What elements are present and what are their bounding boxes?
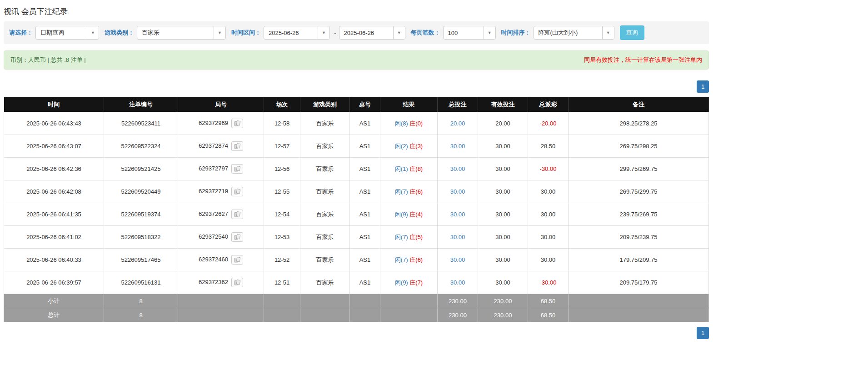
cell-payout: 30.00 xyxy=(528,180,569,203)
cell-session: 12-51 xyxy=(264,271,300,294)
cards-icon xyxy=(234,166,241,172)
total-bet-link[interactable]: 30.00 xyxy=(450,188,465,195)
table-header-row: 时间注单编号局号场次游戏类别桌号结果总投注有效投注总派彩备注 xyxy=(4,97,709,112)
cell-table: AS1 xyxy=(350,203,380,226)
cell-result: 闲(7) 庄(5) xyxy=(380,226,438,249)
chevron-down-icon[interactable]: ▼ xyxy=(87,26,99,39)
cell-result: 闲(9) 庄(4) xyxy=(380,203,438,226)
cell-bet-id: 522609519374 xyxy=(104,203,178,226)
query-type-select[interactable]: 日期查询 ▼ xyxy=(35,26,99,40)
cell-table: AS1 xyxy=(350,180,380,203)
chevron-down-icon[interactable]: ▼ xyxy=(214,26,225,39)
chevron-down-icon[interactable]: ▼ xyxy=(484,26,495,39)
chevron-down-icon[interactable]: ▼ xyxy=(602,26,614,39)
payout-value: 30.00 xyxy=(541,256,556,263)
cell-note: 239.75/269.75 xyxy=(569,203,709,226)
column-header: 备注 xyxy=(569,97,709,112)
view-cards-button[interactable] xyxy=(231,141,243,151)
cell-total-bet: 30.00 xyxy=(438,135,478,158)
total-total-bet: 230.00 xyxy=(438,308,478,322)
filter-bar: 请选择： 日期查询 ▼ 游戏类别： 百家乐 ▼ 时间区间： 2025-06-26… xyxy=(4,21,709,44)
notice-text: 同局有效投注，统一计算在该局第一张注单内 xyxy=(584,56,702,64)
query-type-value: 日期查询 xyxy=(36,26,87,39)
cell-time: 2025-06-26 06:41:35 xyxy=(4,203,104,226)
cell-round: 629372874 xyxy=(178,135,264,158)
sort-label: 时间排序： xyxy=(501,29,531,37)
total-bet-link[interactable]: 30.00 xyxy=(450,279,465,286)
subtotal-valid-bet: 230.00 xyxy=(478,294,528,308)
total-label: 总计 xyxy=(4,308,104,322)
table-row: 2025-06-26 06:40:33522609517465629372460… xyxy=(4,249,709,271)
cell-bet-id: 522609518322 xyxy=(104,226,178,249)
cell-session: 12-53 xyxy=(264,226,300,249)
player-result: 闲(8) xyxy=(395,120,408,127)
cell-time: 2025-06-26 06:39:57 xyxy=(4,271,104,294)
total-bet-link[interactable]: 30.00 xyxy=(450,211,465,218)
view-cards-button[interactable] xyxy=(231,232,243,242)
total-bet-link[interactable]: 30.00 xyxy=(450,256,465,263)
total-bet-link[interactable]: 30.00 xyxy=(450,143,465,150)
payout-value: 30.00 xyxy=(541,211,556,218)
cell-time: 2025-06-26 06:43:07 xyxy=(4,135,104,158)
total-bet-link[interactable]: 30.00 xyxy=(450,165,465,172)
date-to-select[interactable]: 2025-06-26 ▼ xyxy=(339,26,405,40)
view-cards-button[interactable] xyxy=(231,187,243,196)
banker-result: 庄(8) xyxy=(409,165,423,172)
payout-value: 30.00 xyxy=(541,234,556,240)
banker-result: 庄(6) xyxy=(409,188,423,195)
total-bet-link[interactable]: 20.00 xyxy=(450,120,465,127)
cards-icon xyxy=(234,234,241,240)
date-from-select[interactable]: 2025-06-26 ▼ xyxy=(264,26,330,40)
cell-game: 百家乐 xyxy=(300,135,350,158)
total-bet-link[interactable]: 30.00 xyxy=(450,234,465,240)
chevron-down-icon[interactable]: ▼ xyxy=(318,26,329,39)
cell-time: 2025-06-26 06:40:33 xyxy=(4,249,104,271)
game-type-select[interactable]: 百家乐 ▼ xyxy=(137,26,226,40)
cell-session: 12-56 xyxy=(264,158,300,180)
table-body: 2025-06-26 06:43:43522609523411629372969… xyxy=(4,112,709,294)
cell-table: AS1 xyxy=(350,135,380,158)
cell-session: 12-57 xyxy=(264,135,300,158)
cell-game: 百家乐 xyxy=(300,112,350,135)
cell-valid-bet: 30.00 xyxy=(478,135,528,158)
game-type-value: 百家乐 xyxy=(137,26,214,39)
cell-valid-bet: 30.00 xyxy=(478,203,528,226)
cell-table: AS1 xyxy=(350,271,380,294)
cell-total-bet: 30.00 xyxy=(438,203,478,226)
date-range-separator: ~ xyxy=(333,30,336,36)
cell-payout: -20.00 xyxy=(528,112,569,135)
cell-table: AS1 xyxy=(350,112,380,135)
banker-result: 庄(5) xyxy=(409,234,423,240)
view-cards-button[interactable] xyxy=(231,119,243,128)
cards-icon xyxy=(234,189,241,195)
cell-valid-bet: 30.00 xyxy=(478,226,528,249)
view-cards-button[interactable] xyxy=(231,255,243,265)
table-row: 2025-06-26 06:43:43522609523411629372969… xyxy=(4,112,709,135)
view-cards-button[interactable] xyxy=(231,278,243,287)
cell-payout: 28.50 xyxy=(528,135,569,158)
total-count: 8 xyxy=(104,308,178,322)
sort-select[interactable]: 降冪(由大到小) ▼ xyxy=(534,26,614,40)
cards-icon xyxy=(234,120,241,126)
cell-payout: -30.00 xyxy=(528,271,569,294)
chevron-down-icon[interactable]: ▼ xyxy=(393,26,405,39)
pagination-bottom: 1 xyxy=(4,327,709,341)
cell-result: 闲(2) 庄(3) xyxy=(380,135,438,158)
total-payout: 68.50 xyxy=(528,308,569,322)
cell-note: 209.75/239.75 xyxy=(569,226,709,249)
page-1-button[interactable]: 1 xyxy=(697,80,709,93)
banker-result: 庄(4) xyxy=(409,211,423,218)
page-size-select[interactable]: 100 ▼ xyxy=(443,26,496,40)
column-header: 总派彩 xyxy=(528,97,569,112)
view-cards-button[interactable] xyxy=(231,210,243,219)
cell-total-bet: 30.00 xyxy=(438,226,478,249)
view-cards-button[interactable] xyxy=(231,164,243,174)
page-1-button[interactable]: 1 xyxy=(697,327,709,339)
column-header: 总投注 xyxy=(438,97,478,112)
player-result: 闲(7) xyxy=(395,256,408,263)
page: 视讯 会员下注纪录 请选择： 日期查询 ▼ 游戏类别： 百家乐 ▼ 时间区间： … xyxy=(4,6,709,341)
table-row: 2025-06-26 06:41:02522609518322629372540… xyxy=(4,226,709,249)
search-button[interactable]: 查询 xyxy=(620,25,644,40)
column-header: 结果 xyxy=(380,97,438,112)
player-result: 闲(7) xyxy=(395,188,408,195)
